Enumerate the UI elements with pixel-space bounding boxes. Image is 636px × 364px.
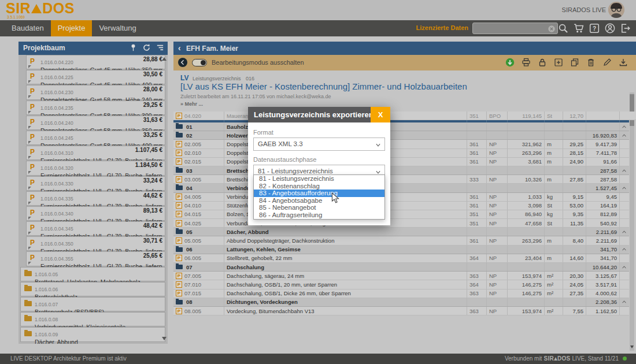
phase-option-81[interactable]: 81 - Leistungsverzeichnis (254, 175, 384, 183)
phase-option-84[interactable]: 84 - Angebotsabgabe (254, 197, 384, 205)
format-select[interactable]: GAEB XML 3.3 (253, 138, 385, 151)
phase-label: Datenaustauschphase (253, 156, 385, 163)
chevron-down-icon (375, 142, 381, 148)
phase-option-82[interactable]: 82 - Kostenanschlag (254, 183, 384, 190)
phase-option-86[interactable]: 86 - Auftragserteilung (254, 211, 384, 219)
app-window: SIRDOS 3.5.1.1069 SIRADOS LIVE Baudaten … (0, 0, 636, 364)
dialog-title: Leistungsverzeichnis exportieren (248, 107, 390, 122)
dialog-close-button[interactable]: X (371, 107, 390, 122)
export-dialog: Leistungsverzeichnis exportieren X Forma… (248, 107, 390, 225)
phase-option-85[interactable]: 85 - Nebenangebot (254, 204, 384, 211)
phase-dropdown-list: 81 - Leistungsverzeichnis82 - Kostenansc… (253, 174, 385, 220)
format-label: Format (253, 129, 385, 136)
phase-option-83[interactable]: 83 - Angebotsaufforderung (254, 190, 384, 197)
